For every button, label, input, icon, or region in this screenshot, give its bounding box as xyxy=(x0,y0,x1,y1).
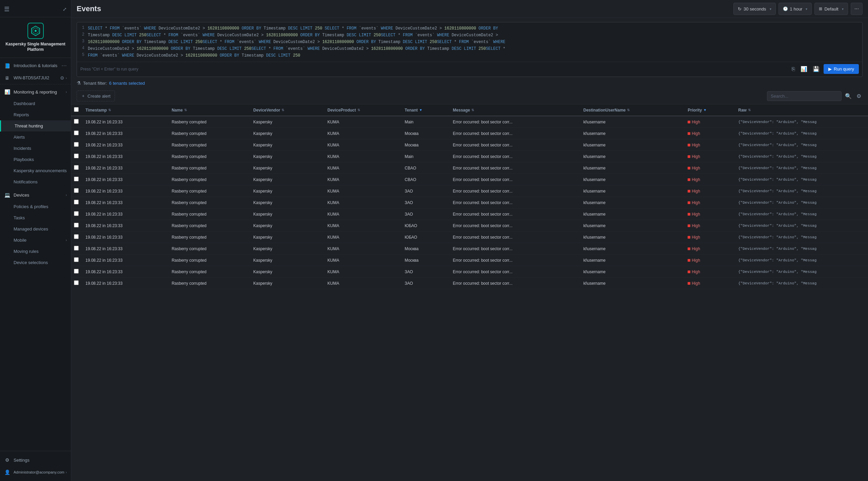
sidebar-item-policies[interactable]: Policies & profiles xyxy=(0,201,71,212)
sidebar-item-settings[interactable]: ⚙ Settings xyxy=(0,454,71,466)
sidebar-item-managed-devices[interactable]: Managed devices xyxy=(0,223,71,235)
admin-icon: 👤 xyxy=(4,469,10,475)
sidebar-item-devices[interactable]: 💻 Devices › xyxy=(0,189,71,201)
row-checkbox[interactable] xyxy=(74,188,79,193)
policies-label: Policies & profiles xyxy=(14,204,48,209)
col-header-priority[interactable]: Priority ▼ xyxy=(684,104,735,116)
col-header-name[interactable]: Name ⇅ xyxy=(168,104,250,116)
sidebar-item-server[interactable]: 🖥 WIN-BTD5SATJUI2 ⚙ › xyxy=(0,72,71,84)
table-row: 19.08.22 in 16:23:33 Rasberry corrupted … xyxy=(71,116,868,128)
sidebar-item-alerts[interactable]: Alerts xyxy=(0,132,71,143)
row-message: Error occurred: boot sector corr... xyxy=(450,174,580,185)
row-name: Rasberry corrupted xyxy=(168,232,250,243)
sidebar-item-tasks[interactable]: Tasks xyxy=(0,212,71,223)
chart-query-button[interactable]: 📊 xyxy=(799,64,809,74)
select-all-checkbox[interactable] xyxy=(74,107,79,112)
refresh-label: 30 seconds xyxy=(744,6,766,12)
col-header-message[interactable]: Message ⇅ xyxy=(450,104,580,116)
refresh-dropdown[interactable]: ↻ 30 seconds ▾ xyxy=(733,3,776,15)
row-checkbox[interactable] xyxy=(74,223,79,227)
row-checkbox[interactable] xyxy=(74,165,79,170)
sidebar-item-moving-rules[interactable]: Moving rules xyxy=(0,246,71,257)
row-dest-user: kl\username xyxy=(580,208,685,220)
col-header-tenant[interactable]: Tenant ▼ xyxy=(401,104,450,116)
priority-dot xyxy=(688,190,690,193)
sidebar-item-monitoring[interactable]: 📊 Monitoring & reporting › xyxy=(0,86,71,98)
sidebar-item-mobile[interactable]: Mobile › xyxy=(0,235,71,246)
expand-icon[interactable]: ⤢ xyxy=(63,6,67,12)
row-checkbox[interactable] xyxy=(74,280,79,285)
view-icon: ⊞ xyxy=(819,6,822,11)
row-raw: {"DeviceVendor": "Arduino", "Messag xyxy=(735,116,868,128)
copy-query-button[interactable]: ⎘ xyxy=(790,65,796,74)
table-row: 19.08.22 in 16:23:33 Rasberry corrupted … xyxy=(71,243,868,255)
timestamp-sort-icon: ⇅ xyxy=(108,108,111,112)
settings-icon: ⚙ xyxy=(4,457,10,463)
row-checkbox[interactable] xyxy=(74,246,79,250)
row-name: Rasberry corrupted xyxy=(168,174,250,185)
sidebar-item-threat-hunting[interactable]: Threat hunting xyxy=(0,120,71,132)
search-input[interactable] xyxy=(767,91,842,101)
sidebar-item-kaspersky-announcements[interactable]: Kaspersky announcements xyxy=(0,165,71,176)
table-settings-button[interactable]: ⚙ xyxy=(855,92,863,101)
hamburger-icon[interactable]: ☰ xyxy=(4,5,9,13)
sidebar-item-playbooks[interactable]: Playbooks xyxy=(0,154,71,165)
row-checkbox[interactable] xyxy=(74,269,79,274)
row-checkbox[interactable] xyxy=(74,234,79,239)
sidebar-item-dashboard[interactable]: Dashboard xyxy=(0,98,71,109)
row-checkbox[interactable] xyxy=(74,257,79,262)
row-checkbox[interactable] xyxy=(74,131,79,135)
main-content: Events ↻ 30 seconds ▾ 🕐 1 hour ▾ ⊞ Defau… xyxy=(71,0,868,481)
row-priority: High xyxy=(684,232,735,243)
sidebar-item-admin[interactable]: 👤 Administrator@acompany.com › xyxy=(0,466,71,478)
row-checkbox[interactable] xyxy=(74,211,79,216)
page-title: Events xyxy=(77,4,730,13)
settings-icon[interactable]: ⚙ xyxy=(60,75,64,81)
priority-badge: High xyxy=(688,269,700,274)
row-tenant: Москва xyxy=(401,243,450,255)
row-checkbox[interactable] xyxy=(74,119,79,124)
row-checkbox[interactable] xyxy=(74,200,79,204)
create-alert-button[interactable]: ＋ Create alert xyxy=(77,91,115,101)
view-dropdown[interactable]: ⊞ Default ▾ xyxy=(814,3,848,15)
row-raw: {"DeviceVendor": "Arduino", "Messag xyxy=(735,208,868,220)
row-dest-user: kl\username xyxy=(580,139,685,151)
row-checkbox[interactable] xyxy=(74,142,79,147)
col-header-device-vendor[interactable]: DeviceVendor ⇅ xyxy=(250,104,324,116)
notifications-label: Notifications xyxy=(14,179,38,184)
sidebar-item-reports[interactable]: Reports xyxy=(0,109,71,120)
query-lines: 1 SELECT * FROM `events` WHERE DeviceCus… xyxy=(77,22,862,62)
row-checkbox[interactable] xyxy=(74,177,79,181)
table-toolbar: ＋ Create alert 🔍 ⚙ xyxy=(71,88,868,104)
row-tenant: Main xyxy=(401,151,450,162)
table-row: 19.08.22 in 16:23:33 Rasberry corrupted … xyxy=(71,232,868,243)
row-timestamp: 19.08.22 in 16:23:33 xyxy=(82,208,168,220)
more-button[interactable]: ··· xyxy=(851,3,863,15)
query-line-3: 3 1628110800000 ORDER BY Timestamp DESC … xyxy=(77,39,862,45)
sidebar-item-intro[interactable]: 📘 Introduction & tutorials ⋯ xyxy=(0,59,71,72)
svg-point-2 xyxy=(35,30,37,32)
table-row: 19.08.22 in 16:23:33 Rasberry corrupted … xyxy=(71,197,868,208)
tenant-filter-link[interactable]: 6 tenants selected xyxy=(109,81,145,86)
search-button[interactable]: 🔍 xyxy=(844,92,853,101)
table-row: 19.08.22 in 16:23:33 Rasberry corrupted … xyxy=(71,162,868,174)
row-raw: {"DeviceVendor": "Arduino", "Messag xyxy=(735,151,868,162)
row-checkbox[interactable] xyxy=(74,154,79,158)
time-arrow-icon: ▾ xyxy=(806,7,807,11)
row-raw: {"DeviceVendor": "Arduino", "Messag xyxy=(735,266,868,278)
row-checkbox-cell xyxy=(71,151,82,162)
sidebar-item-device-selections[interactable]: Device selections xyxy=(0,257,71,268)
row-message: Error occurred: boot sector corr... xyxy=(450,151,580,162)
run-query-button[interactable]: ▶ Run query xyxy=(824,64,859,74)
col-header-dest-user[interactable]: DestinationUserName ⇅ xyxy=(580,104,685,116)
time-dropdown[interactable]: 🕐 1 hour ▾ xyxy=(778,3,812,15)
sidebar-item-notifications[interactable]: Notifications xyxy=(0,176,71,187)
col-header-raw[interactable]: Raw ⇅ xyxy=(735,104,868,116)
row-message: Error occurred: boot sector corr... xyxy=(450,232,580,243)
col-header-device-product[interactable]: DeviceProduct ⇅ xyxy=(324,104,401,116)
row-raw: {"DeviceVendor": "Arduino", "Messag xyxy=(735,278,868,289)
sidebar-item-incidents[interactable]: Incidents xyxy=(0,143,71,154)
row-message: Error occurred: boot sector corr... xyxy=(450,278,580,289)
save-query-button[interactable]: 💾 xyxy=(811,64,821,74)
col-header-timestamp[interactable]: Timestamp ⇅ xyxy=(82,104,168,116)
